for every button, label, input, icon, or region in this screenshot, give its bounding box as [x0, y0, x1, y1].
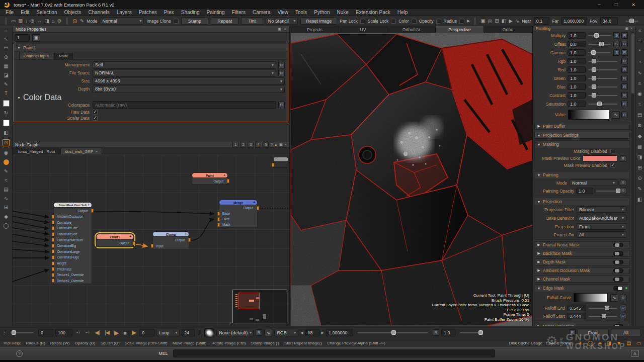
warp-tool-icon[interactable]: ◆: [4, 214, 8, 219]
reset-button[interactable]: R: [620, 305, 626, 311]
input-port[interactable]: [217, 212, 220, 216]
marquee-tool-icon[interactable]: ▭: [4, 46, 8, 51]
reset-button[interactable]: R: [620, 295, 626, 301]
help-circle-icon[interactable]: ?: [16, 350, 23, 357]
add-port-icon[interactable]: +: [185, 232, 187, 236]
bucket-status-icon[interactable]: ▼: [616, 341, 621, 346]
green-slider[interactable]: [588, 78, 617, 79]
jump-start-button[interactable]: |◀: [105, 329, 109, 336]
shader-dropdown[interactable]: None (default)▾: [216, 329, 254, 336]
home-icon[interactable]: ⌂: [52, 19, 55, 24]
reset-button[interactable]: R: [621, 112, 628, 118]
transform-tool-icon[interactable]: ⊞: [4, 205, 8, 210]
eye-tool-icon[interactable]: ◉: [4, 150, 9, 155]
contrast-slider[interactable]: [588, 95, 617, 96]
float-panel-icon[interactable]: ▣: [279, 143, 283, 147]
stack-palette-icon[interactable]: ⊞: [637, 165, 641, 170]
export-status-icon[interactable]: ◨: [607, 341, 611, 346]
collapse-strip-icon[interactable]: «: [638, 28, 641, 33]
reset-button[interactable]: R: [621, 66, 628, 73]
gamma-field[interactable]: 1.0: [441, 329, 455, 336]
canvas-viewport[interactable]: Projects UV Ortho/UV Perspective Ortho: [291, 26, 532, 326]
import-icon[interactable]: ↓: [25, 19, 28, 24]
current-frame-field[interactable]: 0: [139, 329, 154, 336]
input-port[interactable]: [52, 226, 54, 230]
front-projection-button[interactable]: Front: [578, 329, 609, 336]
sync-status-icon[interactable]: ◯: [588, 341, 593, 346]
menu-camera[interactable]: Camera: [249, 9, 274, 16]
contrast-field[interactable]: 1.0: [568, 92, 586, 99]
backface-mask-section[interactable]: ▶ Backface Mask: [534, 250, 630, 257]
project-on-dropdown[interactable]: All▾: [577, 231, 626, 238]
falloff-end-field[interactable]: 0.545: [567, 305, 586, 311]
input-port[interactable]: [52, 232, 54, 236]
management-dropdown[interactable]: Self▾: [93, 61, 276, 69]
snowflake-palette-icon[interactable]: *: [639, 49, 641, 54]
lighting-basic-icon[interactable]: ◎: [488, 19, 493, 24]
range-end-field[interactable]: 100: [55, 329, 72, 336]
title-bar[interactable]: torso* - Mari 7.0v2 with Extension Pack …: [0, 0, 644, 9]
close-panel-icon[interactable]: ×: [284, 143, 287, 147]
gear-icon[interactable]: ⚙: [57, 19, 62, 24]
reset-button[interactable]: R: [621, 101, 628, 107]
lighting-flat-icon[interactable]: ▣: [480, 19, 485, 24]
reset-button[interactable]: R: [620, 155, 626, 162]
step-forward-button[interactable]: |▶: [131, 329, 136, 336]
opacity-checkbox[interactable]: [436, 19, 441, 24]
play-button[interactable]: ▶: [114, 329, 118, 336]
depth-mask-section[interactable]: ▶ Depth Mask: [534, 258, 630, 265]
pencil-palette-icon[interactable]: ✎: [637, 187, 641, 192]
paint1-node-selected[interactable]: Paint1 + Output: [96, 234, 134, 247]
zoom-tool-icon[interactable]: ⊕: [4, 55, 8, 60]
depth-dropdown[interactable]: 8bit (Byte)▾: [93, 85, 285, 93]
input-port[interactable]: [52, 261, 54, 265]
keyboard-layout-indicator[interactable]: A: [631, 350, 639, 357]
bars-palette-icon[interactable]: ▤: [637, 113, 642, 118]
reset-button[interactable]: R: [620, 188, 626, 194]
falloff-curve-swatch[interactable]: [574, 293, 608, 302]
menu-layers[interactable]: Layers: [113, 9, 135, 16]
output-port[interactable]: [188, 238, 191, 242]
color-checkbox[interactable]: [412, 19, 417, 24]
repeat-button[interactable]: Repeat: [211, 17, 238, 25]
bookmark-3-button[interactable]: 3: [248, 142, 254, 147]
pin-icon[interactable]: ⊕: [30, 19, 34, 24]
input-port[interactable]: [52, 220, 54, 224]
raw-data-checkbox[interactable]: [93, 110, 98, 115]
offset-slider[interactable]: [588, 44, 611, 45]
node-graph-canvas[interactable]: SmartMask Dust Soft + Output AmbientOccl…: [13, 155, 289, 326]
depth-mask-toggle[interactable]: [613, 260, 623, 264]
reset-button[interactable]: R: [278, 102, 285, 108]
close-panel-icon[interactable]: ×: [630, 27, 632, 30]
scale-lock-checkbox[interactable]: [391, 19, 396, 24]
target-palette-icon[interactable]: ⊙: [637, 176, 641, 181]
reset-button[interactable]: R: [278, 70, 285, 76]
output-port[interactable]: [133, 241, 135, 245]
close-panel-icon[interactable]: ×: [284, 27, 286, 31]
near-field[interactable]: 0.1: [534, 17, 550, 25]
output-port[interactable]: [91, 209, 94, 213]
menu-painting[interactable]: Painting: [203, 9, 228, 16]
mesh-tool-icon[interactable]: ▦: [4, 64, 8, 69]
reset-button[interactable]: R: [621, 32, 628, 39]
menu-objects[interactable]: Objects: [61, 9, 85, 16]
color-curve-button[interactable]: ∿: [264, 329, 272, 336]
vertical-scrollbar[interactable]: [631, 32, 634, 328]
noise-palette-icon[interactable]: ≈: [638, 102, 641, 107]
masking-section[interactable]: ▼ Masking: [535, 141, 629, 148]
menu-shading[interactable]: Shading: [178, 9, 203, 16]
reset-button[interactable]: R: [621, 58, 628, 64]
fps-field[interactable]: 24: [182, 329, 195, 336]
gear-palette-icon[interactable]: ⚙: [637, 123, 642, 128]
group-output-node[interactable]: [273, 157, 288, 168]
lighting-full-icon[interactable]: ⊞: [495, 19, 499, 24]
gradient-tool-icon[interactable]: ▤: [4, 187, 8, 192]
ambient-occlusion-mask-section[interactable]: ▶ Ambient Occlusion Mask: [534, 267, 630, 274]
input-port[interactable]: [272, 163, 274, 167]
saturation-slider[interactable]: [588, 104, 617, 105]
input-port[interactable]: [52, 215, 54, 219]
input-port[interactable]: [217, 223, 220, 227]
remove-key-icon[interactable]: −♀: [86, 330, 90, 335]
add-udim-icon[interactable]: ⊕: [598, 341, 602, 345]
reset-button[interactable]: R: [569, 329, 576, 336]
